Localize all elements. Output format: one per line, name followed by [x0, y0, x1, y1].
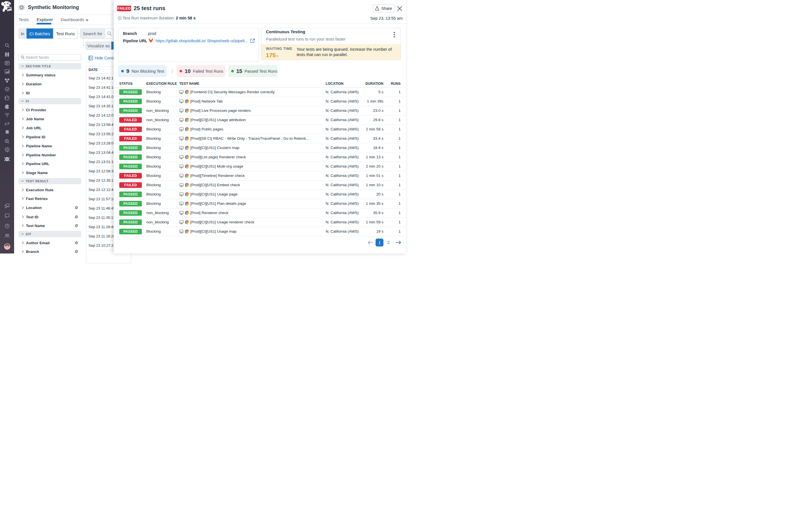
svg-text:?: ? — [6, 224, 8, 228]
